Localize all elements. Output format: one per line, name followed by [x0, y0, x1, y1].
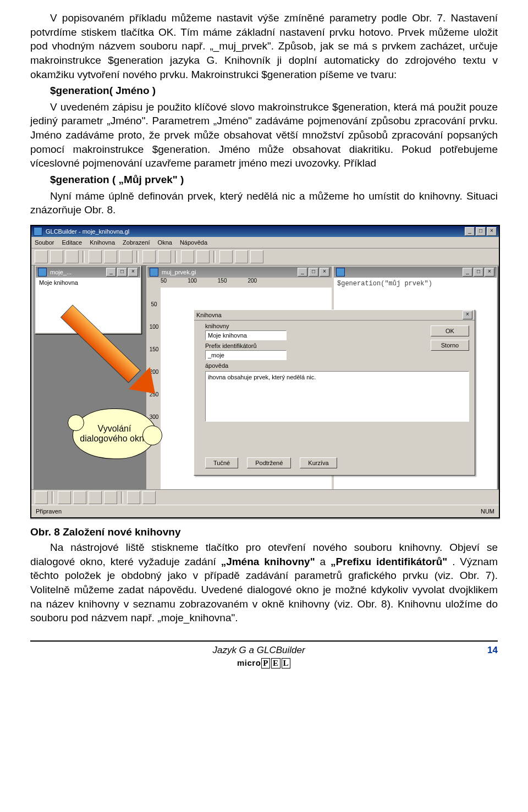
status-right: NUM [481, 508, 494, 515]
dialog-title: Knihovna [196, 312, 222, 318]
close-button[interactable]: × [485, 268, 494, 277]
footer-title: Jazyk G a GLCBuilder [212, 645, 305, 656]
annotation-cloud: Vyvolání dialogového okna [73, 408, 156, 459]
menu-zobrazeni[interactable]: Zobrazení [123, 239, 150, 246]
paragraph-2: V uvedeném zápisu je použito klíčové slo… [30, 100, 498, 170]
toolbar-separator [175, 251, 177, 263]
app-icon [34, 227, 42, 236]
minimize-button[interactable]: _ [463, 268, 472, 277]
ruler-horizontal: 50 100 150 200 [147, 278, 332, 288]
label-napoveda: ápověda [205, 362, 469, 369]
footer-rule [30, 640, 498, 642]
tool-cascade-icon[interactable] [181, 250, 194, 263]
toolbar-separator [82, 251, 85, 263]
underline-button[interactable]: Podtržené [247, 457, 291, 468]
status-left: Připraven [36, 508, 62, 515]
shape-image-icon[interactable] [142, 491, 156, 504]
toolbar-separator [213, 251, 216, 263]
minimize-button[interactable]: _ [465, 227, 475, 236]
tool-zoom-in-icon[interactable] [219, 250, 233, 263]
menubar: Soubor Editace Knihovna Zobrazení Okna N… [31, 237, 499, 248]
menu-editace[interactable]: Editace [62, 239, 82, 246]
bottom-toolbar [31, 489, 499, 505]
page-number: 14 [487, 645, 498, 656]
app-titlebar: GLCBuilder - moje_knihovna.gl _ □ × [31, 226, 499, 237]
paragraph-4: Na nástrojové liště stiskneme tlačítko p… [30, 540, 498, 625]
shape-select-icon[interactable] [35, 491, 48, 504]
maximize-button[interactable]: □ [117, 268, 127, 277]
dialog-library[interactable]: Knihovna × knihovny Prefix identifikátor… [194, 310, 475, 476]
tool-tile-icon[interactable] [196, 250, 210, 263]
window-icon [150, 268, 158, 277]
tool-zoom-out-icon[interactable] [235, 250, 248, 263]
close-button[interactable]: × [320, 268, 329, 277]
label-prefix: Prefix identifikátorů [205, 343, 469, 349]
code-line-2: $generation ( „Můj prvek" ) [30, 173, 498, 187]
input-jmeno-knihovny[interactable] [205, 330, 287, 340]
text-run: a [320, 556, 331, 567]
logo-text: micro [237, 658, 261, 667]
close-button[interactable]: × [487, 227, 497, 236]
close-button[interactable]: × [128, 268, 138, 277]
page-footer: Jazyk G a GLCBuilder 14 [30, 645, 498, 656]
window-prvek-title: muj_prvek.gi [162, 269, 196, 275]
code-text[interactable]: $generation("můj prvek") [334, 278, 497, 290]
app-title: GLCBuilder - moje_knihovna.gl [46, 228, 129, 235]
screenshot-figure: GLCBuilder - moje_knihovna.gl _ □ × Soub… [30, 225, 500, 518]
tool-cut-icon[interactable] [89, 250, 102, 263]
tool-lib-icon[interactable] [142, 250, 156, 263]
ruler-tick: 100 [150, 324, 159, 330]
maximize-button[interactable]: □ [476, 227, 486, 236]
ruler-tick: 150 [150, 346, 159, 352]
toolbar-separator [52, 491, 54, 504]
bold-button[interactable]: Tučné [205, 457, 238, 468]
text-run-bold: „Prefixu identifikátorů" [331, 556, 447, 567]
textarea-napoveda[interactable]: ihovna obsahuje prvek, který nedělá nic. [205, 371, 469, 422]
menu-okna[interactable]: Okna [158, 239, 172, 246]
tool-prvek-icon[interactable] [158, 250, 171, 263]
shape-text-icon[interactable] [127, 491, 140, 504]
cancel-button[interactable]: Storno [431, 340, 469, 351]
close-button[interactable]: × [463, 311, 472, 319]
annotation-cloud-text: Vyvolání dialogového okna [73, 424, 156, 444]
toolbar-separator [121, 491, 123, 504]
ok-button[interactable]: OK [431, 325, 469, 336]
ruler-tick: 150 [218, 278, 227, 284]
shape-line-icon[interactable] [58, 491, 71, 504]
menu-knihovna[interactable]: Knihovna [90, 239, 115, 246]
italic-button[interactable]: Kurzíva [300, 457, 337, 468]
figure-caption: Obr. 8 Založení nové knihovny [30, 526, 498, 538]
menu-napoveda[interactable]: Nápověda [180, 239, 207, 246]
tool-paste-icon[interactable] [119, 250, 133, 263]
paragraph-3: Nyní máme úplně definován prvek, který n… [30, 189, 498, 217]
maximize-button[interactable]: □ [474, 268, 483, 277]
ruler-tick: 100 [188, 278, 197, 284]
minimize-button[interactable]: _ [298, 268, 307, 277]
tool-open-icon[interactable] [50, 250, 63, 263]
code-line-1: $generation( Jméno ) [30, 84, 498, 98]
window-icon [336, 268, 345, 277]
statusbar: Připraven NUM [31, 505, 499, 517]
input-prefix[interactable] [205, 350, 287, 360]
menu-soubor[interactable]: Soubor [35, 239, 54, 246]
toolbar [31, 248, 499, 266]
shape-poly-icon[interactable] [104, 491, 117, 504]
shape-ellipse-icon[interactable] [89, 491, 102, 504]
tool-save-icon[interactable] [65, 250, 79, 263]
text-run-bold: „Jména knihovny" [221, 556, 315, 567]
shape-rect-icon[interactable] [73, 491, 86, 504]
ruler-tick: 50 [151, 301, 157, 307]
tool-copy-icon[interactable] [104, 250, 117, 263]
tool-new-icon[interactable] [35, 250, 48, 263]
maximize-button[interactable]: □ [309, 268, 318, 277]
label-jmeno-knihovny: knihovny [205, 323, 469, 329]
footer-logo: microPEL [30, 658, 498, 669]
minimize-button[interactable]: _ [106, 268, 116, 277]
ruler-tick: 300 [150, 414, 159, 420]
window-library-title: moje_... [50, 269, 72, 275]
library-list-item[interactable]: Moje knihovna [36, 278, 140, 288]
toolbar-separator [136, 251, 139, 263]
window-icon [38, 268, 47, 277]
paragraph-1: V popisovaném příkladu můžeme nastavit v… [30, 11, 498, 81]
tool-zoom-fit-icon[interactable] [250, 250, 263, 263]
